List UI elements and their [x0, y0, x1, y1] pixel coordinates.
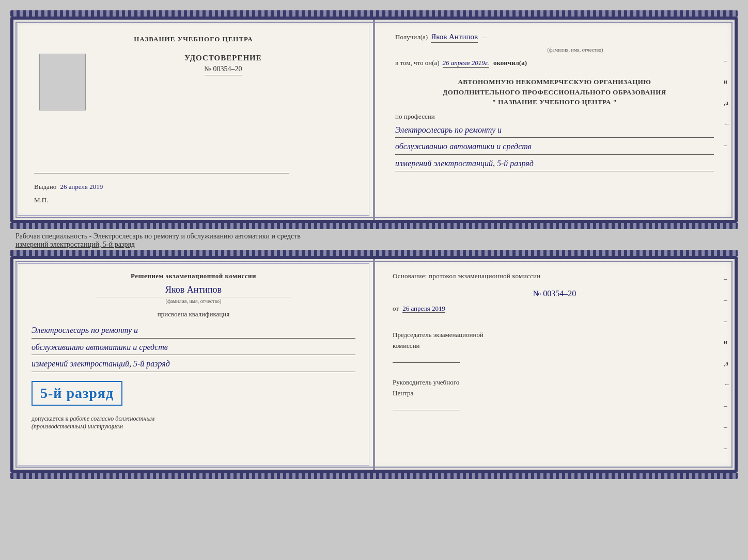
bottom-fio-subtitle: (фамилия, имя, отчество) [96, 297, 290, 304]
director-title2: Центра [393, 389, 716, 397]
director-title: Руководитель учебного [393, 378, 716, 387]
bottom-left-page: Решением экзаменационной комиссии Яков А… [13, 259, 375, 470]
profession-line3: измерений электростанций, 5-й разряд [395, 157, 714, 172]
qual-line3: измерений электростанций, 5-й разряд [32, 357, 355, 372]
org-title-top: НАЗВАНИЕ УЧЕБНОГО ЦЕНТРА [134, 35, 253, 43]
top-doc-spread: НАЗВАНИЕ УЧЕБНОГО ЦЕНТРА УДОСТОВЕРЕНИЕ №… [10, 17, 738, 223]
protocol-number: № 00354–20 [393, 289, 716, 298]
cert-photo [39, 54, 86, 110]
qual-line1: Электрослесарь по ремонту и [32, 324, 355, 339]
completion-line: в том, что он(а) 26 апреля 2019г. окончи… [395, 59, 714, 68]
left-bottom-row: М.П. [34, 196, 353, 204]
assigned-label: присвоена квалификация [32, 310, 355, 318]
issued-label: Выдано [34, 183, 56, 190]
director-block: Руководитель учебного Центра [393, 378, 716, 418]
bottom-doc-spread: Решением экзаменационной комиссии Яков А… [10, 256, 738, 473]
cert-main-block: УДОСТОВЕРЕНИЕ № 00354–20 [34, 54, 353, 118]
received-label: Получил(а) [395, 33, 428, 41]
date-line: от 26 апреля 2019 [393, 305, 716, 313]
received-line: Получил(а) Яков Антипов – [395, 33, 714, 43]
date-value: 26 апреля 2019 [402, 305, 445, 313]
top-deco [10, 10, 738, 17]
side-marks-top: ––и,а←– [724, 35, 730, 149]
bottom-right-page: Основание: протокол экзаменационной коми… [375, 259, 735, 470]
rank-highlight-container: 5-й разряд [32, 378, 355, 408]
cert-main-title: УДОСТОВЕРЕНИЕ [184, 54, 262, 62]
org-text-block: АВТОНОМНУЮ НЕКОММЕРЧЕСКУЮ ОРГАНИЗАЦИЮ ДО… [395, 77, 714, 107]
допускается-label: допускается к [32, 415, 68, 422]
bottom-bottom-deco [10, 473, 738, 479]
top-bottom-deco [10, 223, 738, 229]
recipient-name: Яков Антипов [431, 33, 478, 43]
profession-label: по профессии [395, 113, 714, 121]
profession-text: Электрослесарь по ремонту и обслуживанию… [395, 123, 714, 174]
chairman-block: Председатель экзаменационной комиссии [393, 331, 716, 371]
stamp-label: М.П. [34, 196, 48, 204]
bottom-top-deco [10, 250, 738, 256]
basis-label: Основание: протокол экзаменационной коми… [393, 272, 716, 280]
side-marks-bottom: –––и,а←–––– [724, 275, 730, 473]
issued-date: 26 апреля 2019 [60, 183, 103, 190]
completion-date: 26 апреля 2019г. [443, 59, 489, 68]
qual-line2: обслуживанию автоматики и средств [32, 341, 355, 356]
middle-text-area: Рабочая специальность - Электрослесарь п… [10, 229, 738, 250]
page-wrapper: НАЗВАНИЕ УЧЕБНОГО ЦЕНТРА УДОСТОВЕРЕНИЕ №… [10, 10, 738, 479]
допускается-block: допускается к работе согласно должностны… [32, 415, 355, 423]
chairman-signature-line [393, 353, 460, 363]
cert-text-center: УДОСТОВЕРЕНИЕ № 00354–20 [93, 54, 353, 91]
cert-issued-line: Выдано 26 апреля 2019 [34, 178, 353, 191]
middle-text-line1: Рабочая специальность - Электрослесарь п… [15, 232, 733, 241]
допускается-text: работе согласно должностным [70, 415, 154, 422]
top-document: НАЗВАНИЕ УЧЕБНОГО ЦЕНТРА УДОСТОВЕРЕНИЕ №… [10, 10, 738, 229]
org-line3: " НАЗВАНИЕ УЧЕБНОГО ЦЕНТРА " [395, 97, 714, 107]
допускается-text2: (производственным) инструкциям [32, 423, 355, 430]
director-signature-line [393, 400, 460, 410]
org-line1: АВТОНОМНУЮ НЕКОММЕРЧЕСКУЮ ОРГАНИЗАЦИЮ [395, 77, 714, 87]
cert-number: № 00354–20 [205, 65, 242, 75]
fio-subtitle-top: (фамилия, имя, отчество) [437, 47, 714, 53]
profession-line1: Электрослесарь по ремонту и [395, 123, 714, 138]
decision-text: Решением экзаменационной комиссии [32, 272, 355, 280]
profession-line2: обслуживанию автоматики и средств [395, 140, 714, 155]
bottom-name: Яков Антипов [32, 284, 355, 295]
chairman-title2: комиссии [393, 342, 716, 350]
chairman-title: Председатель экзаменационной [393, 331, 716, 339]
bottom-document: Решением экзаменационной комиссии Яков А… [10, 250, 738, 479]
rank-label: 5-й разряд [32, 381, 122, 406]
date-prefix: от [393, 305, 399, 312]
middle-text-line2: измерений электростанций, 5-й разряд [15, 241, 733, 249]
top-right-page: Получил(а) Яков Антипов – (фамилия, имя,… [375, 20, 735, 220]
in-that-label: в том, что он(а) [395, 59, 440, 67]
bottom-qualification: Электрослесарь по ремонту и обслуживанию… [32, 324, 355, 374]
org-line2: ДОПОЛНИТЕЛЬНОГО ПРОФЕССИОНАЛЬНОГО ОБРАЗО… [395, 87, 714, 98]
top-left-page: НАЗВАНИЕ УЧЕБНОГО ЦЕНТРА УДОСТОВЕРЕНИЕ №… [13, 20, 375, 220]
completed-label: окончил(а) [493, 59, 527, 67]
